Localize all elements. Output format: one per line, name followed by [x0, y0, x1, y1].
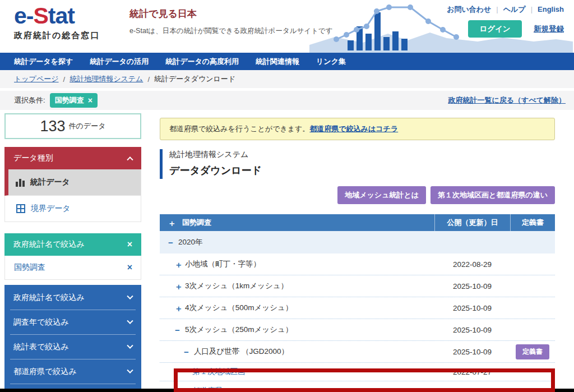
collapse-icon[interactable]: −	[168, 238, 174, 247]
sidebar-item-boundary-data[interactable]: 境界データ	[4, 196, 141, 222]
breadcrumb: トップページ/統計地理情報システム/統計データダウンロード	[0, 70, 574, 88]
expand-icon[interactable]: ＋	[174, 260, 180, 269]
row-definition-cell: 定義書	[510, 344, 555, 359]
nav-item-1[interactable]: 統計データの活用	[81, 57, 157, 67]
row-label-cell: −2020年	[160, 237, 434, 247]
download-table: ＋ 国勢調査 公開（更新）日 定義書 −2020年＋小地域（町丁・字等）2022…	[160, 214, 555, 392]
accordion-item-0[interactable]: 政府統計名で絞込み	[10, 285, 136, 310]
login-button[interactable]: ログイン	[468, 20, 522, 38]
sidebar-item-statistics-data[interactable]: 統計データ	[4, 169, 141, 196]
table-header-survey: ＋ 国勢調査	[160, 214, 434, 231]
estat-logo-text: e-Stat	[14, 4, 100, 27]
sidebar-item-label: 統計データ	[30, 177, 70, 187]
selected-conditions-label: 選択条件:	[14, 95, 45, 105]
auth-area: ログイン 新規登録	[468, 20, 564, 38]
accordion-item-label: 政府統計名で絞込み	[13, 293, 85, 303]
system-name: 統計地理情報システム	[169, 150, 555, 160]
table-row: ＋4次メッシュ（500mメッシュ）2025-10-09	[160, 297, 555, 319]
row-label-cell: 第１次地域区画	[160, 367, 434, 377]
table-row: −人口及び世帯 （JGD2000）2025-10-09定義書	[160, 341, 555, 363]
breadcrumb-separator: /	[143, 75, 154, 84]
table-header-definition: 定義書	[510, 214, 555, 231]
row-text-label: 小地域（町丁・字等）	[185, 259, 261, 269]
site-title: 統計で見る日本	[129, 7, 332, 20]
expand-icon[interactable]: ＋	[174, 304, 180, 312]
page-title: データダウンロード	[169, 164, 555, 177]
chevron-down-icon	[127, 342, 133, 348]
site-title-block: 統計で見る日本 e-Statは、日本の統計が閲覧できる政府統計ポータルサイトです	[129, 7, 332, 36]
prefecture-filter-link[interactable]: 都道府県で絞込みはコチラ	[309, 124, 398, 133]
chevron-down-icon	[127, 367, 133, 373]
info-buttons: 地域メッシュ統計とは 第１次地域区画と都道府県の違い	[160, 186, 555, 204]
row-date-cell: 2025-10-09	[434, 282, 510, 290]
nav-item-3[interactable]: 統計関連情報	[247, 57, 308, 67]
utility-separator: |	[526, 5, 538, 13]
clear-filter-group-icon[interactable]: ×	[127, 240, 132, 249]
row-text-label: 3次メッシュ（1kmメッシュ）	[185, 281, 288, 291]
boundary-data-icon	[16, 204, 26, 214]
breadcrumb-item-2: 統計データダウンロード	[154, 74, 235, 84]
active-filter-item-kokusei[interactable]: 国勢調査 ×	[4, 256, 141, 280]
estat-page: e-Stat 政府統計の総合窓口 統計で見る日本 e-Statは、日本の統計が閲…	[0, 0, 574, 392]
back-to-list-link[interactable]: 政府統計一覧に戻る（すべて解除）	[448, 95, 566, 105]
collapse-icon[interactable]: −	[174, 326, 180, 334]
accordion-item-1[interactable]: 調査年で絞込み	[10, 310, 136, 335]
chevron-up-icon	[127, 156, 133, 163]
toggle-expand-icon[interactable]: ＋	[168, 219, 176, 227]
filter-tag-label: 国勢調査	[55, 95, 84, 105]
filter-tag-kokusei[interactable]: 国勢調査 ×	[50, 93, 98, 108]
content-area: 133 件のデータ データ種別 統計データ 境界データ	[0, 110, 574, 392]
data-type-header[interactable]: データ種別	[4, 147, 141, 169]
nav-item-4[interactable]: リンク集	[308, 57, 354, 67]
active-filter-header[interactable]: 政府統計名で絞込み ×	[4, 233, 141, 256]
expand-icon[interactable]: ＋	[174, 282, 180, 290]
row-text-label: 5次メッシュ（250mメッシュ）	[185, 325, 293, 335]
row-text-label: 4次メッシュ（500mメッシュ）	[185, 303, 293, 313]
register-link[interactable]: 新規登録	[534, 24, 564, 34]
data-type-title: データ種別	[13, 153, 53, 163]
data-type-panel: データ種別 統計データ 境界データ	[4, 147, 141, 222]
table-header: ＋ 国勢調査 公開（更新）日 定義書	[160, 214, 555, 231]
mesh-statistics-info-button[interactable]: 地域メッシュ統計とは	[337, 186, 426, 204]
site-header: e-Stat 政府統計の総合窓口 統計で見る日本 e-Statは、日本の統計が閲…	[0, 0, 574, 53]
accordion-item-label: 統計表で絞込み	[13, 342, 69, 352]
definition-button[interactable]: 定義書	[516, 344, 549, 359]
chevron-down-icon	[127, 317, 133, 324]
active-filter-item-label: 国勢調査	[14, 262, 45, 273]
row-text-label: 2020年	[178, 237, 203, 247]
row-label-cell: −人口及び世帯 （JGD2000）	[160, 347, 434, 357]
nav-item-0[interactable]: 統計データを探す	[6, 57, 81, 67]
utility-link-1[interactable]: ヘルプ	[503, 5, 526, 13]
accordion-item-2[interactable]: 統計表で絞込み	[10, 335, 136, 359]
site-subtitle: e-Statは、日本の統計が閲覧できる政府統計ポータルサイトです	[129, 26, 332, 36]
region-difference-info-button[interactable]: 第１次地域区画と都道府県の違い	[430, 186, 555, 204]
nav-item-2[interactable]: 統計データの高度利用	[157, 57, 247, 67]
table-body: −2020年＋小地域（町丁・字等）2022-08-29＋3次メッシュ（1kmメッ…	[160, 231, 555, 392]
selected-conditions-bar: 選択条件: 国勢調査 × 政府統計一覧に戻る（すべて解除）	[0, 91, 574, 110]
breadcrumb-item-0[interactable]: トップページ	[14, 74, 59, 84]
utility-links: お問い合わせ|ヘルプ|English	[447, 4, 564, 15]
accordion-item-3[interactable]: 都道府県で絞込み	[10, 359, 136, 384]
chevron-down-icon	[127, 293, 133, 299]
estat-logo[interactable]: e-Stat 政府統計の総合窓口	[14, 4, 100, 41]
row-date-cell: 2022-07-27	[434, 368, 510, 376]
breadcrumb-item-1[interactable]: 統計地理情報システム	[70, 74, 143, 84]
row-label-cell: ＋3次メッシュ（1kmメッシュ）	[160, 281, 434, 291]
row-link-label[interactable]: 第１次地域区画	[192, 367, 246, 377]
table-row: −5次メッシュ（250mメッシュ）2025-10-09	[160, 319, 555, 341]
screenshot-bottom-edge	[0, 389, 574, 392]
remove-filter-item-icon[interactable]: ×	[127, 263, 132, 272]
accordion-item-label: 調査年で絞込み	[13, 317, 69, 328]
notice-text: 都道府県で絞込みを行うことができます。	[169, 124, 309, 133]
survey-column-label: 国勢調査	[182, 218, 211, 228]
utility-link-0[interactable]: お問い合わせ	[447, 5, 491, 13]
collapse-icon[interactable]: −	[183, 348, 189, 356]
logo-tagline: 政府統計の総合窓口	[14, 30, 100, 41]
row-label-cell: ＋4次メッシュ（500mメッシュ）	[160, 303, 434, 313]
table-row: 第１次地域区画2022-07-27	[160, 363, 555, 381]
breadcrumb-separator: /	[59, 75, 70, 84]
row-label-cell: −5次メッシュ（250mメッシュ）	[160, 325, 434, 335]
remove-filter-icon[interactable]: ×	[88, 96, 92, 104]
utility-link-2[interactable]: English	[538, 5, 564, 13]
utility-separator: |	[491, 5, 503, 13]
